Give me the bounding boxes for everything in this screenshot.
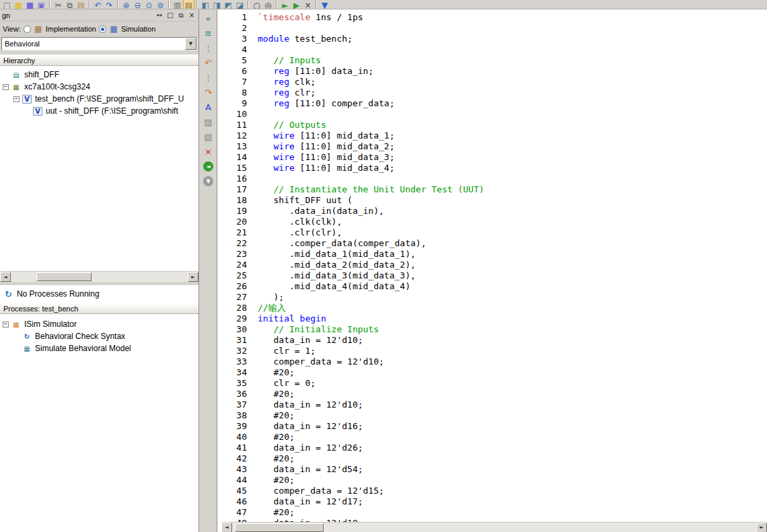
- outline-view-icon[interactable]: ≡: [203, 27, 215, 39]
- code-line[interactable]: 2: [217, 23, 767, 34]
- clear-marks-icon[interactable]: ▧: [203, 130, 215, 143]
- code-line[interactable]: 9 reg [11:0] comper_data;: [217, 98, 767, 109]
- code-editor[interactable]: 1`timescale 1ns / 1ps23module test_bench…: [217, 9, 767, 532]
- redo-nav-icon[interactable]: ↷: [203, 86, 215, 98]
- code-line[interactable]: 11 // Outputs: [217, 120, 767, 130]
- code-line[interactable]: 33 comper_data = 12'd10;: [217, 356, 767, 367]
- code-line[interactable]: 8 reg clr;: [217, 87, 767, 98]
- code-line[interactable]: 14 wire [11:0] mid_data_3;: [217, 152, 767, 163]
- forward-nav-icon[interactable]: ▼: [203, 176, 213, 186]
- code-line[interactable]: 34 #20;: [217, 367, 767, 378]
- whitespace-toggle-icon[interactable]: ¦: [203, 42, 215, 54]
- go-down-icon[interactable]: ▼: [319, 0, 330, 9]
- zoom-selection-icon[interactable]: ⊚: [155, 0, 166, 9]
- code-line[interactable]: 7 reg clk;: [217, 77, 767, 87]
- dock-right-icon[interactable]: ◨: [211, 0, 223, 9]
- code-line[interactable]: 22 .comper_data(comper_data),: [217, 238, 767, 249]
- implementation-radio[interactable]: [24, 26, 31, 33]
- code-line[interactable]: 17 // Instantiate the Unit Under Test (U…: [217, 184, 767, 195]
- copy-icon[interactable]: ⧉: [64, 0, 75, 9]
- run-icon[interactable]: ►: [279, 0, 291, 9]
- tree-row[interactable]: −▦ISim Simulator: [0, 318, 198, 330]
- float-icon[interactable]: ⧉: [176, 11, 186, 20]
- undo-icon[interactable]: ↶: [92, 0, 104, 9]
- save-all-icon[interactable]: ▣: [36, 0, 47, 9]
- back-nav-icon[interactable]: ◄: [203, 161, 213, 172]
- spell-check-icon[interactable]: A: [203, 101, 215, 113]
- code-line[interactable]: 45 comper_data = 12'd15;: [217, 486, 767, 496]
- scroll-left-icon[interactable]: ◄: [221, 523, 232, 532]
- code-line[interactable]: 18 shift_DFF uut (: [217, 195, 767, 206]
- design-panel-titlebar[interactable]: gn ↔□⧉×: [0, 9, 198, 22]
- delete-bookmarks-icon[interactable]: ×: [203, 145, 215, 157]
- undo-nav-icon[interactable]: ↶: [203, 56, 215, 69]
- code-line[interactable]: 43 data_in = 12'd54;: [217, 464, 767, 475]
- code-line[interactable]: 47 #20;: [217, 507, 767, 518]
- code-line[interactable]: 5 // Inputs: [217, 55, 767, 66]
- goto-matching-icon[interactable]: «: [203, 12, 215, 24]
- tree-row[interactable]: ▦Simulate Behavioral Model: [0, 342, 198, 354]
- zoom-full-icon[interactable]: ⊙: [143, 0, 155, 9]
- code-line[interactable]: 10: [217, 109, 767, 120]
- undock-icon[interactable]: ↔: [155, 11, 164, 20]
- code-line[interactable]: 13 wire [11:0] mid_data_2;: [217, 141, 767, 152]
- code-line[interactable]: 21 .clr(clr),: [217, 227, 767, 238]
- code-line[interactable]: 19 .data_in(data_in),: [217, 206, 767, 217]
- cascade-windows-icon[interactable]: ◪: [234, 0, 246, 9]
- simulation-radio-label[interactable]: Simulation: [121, 25, 155, 33]
- scroll-right-icon[interactable]: ►: [188, 272, 198, 282]
- code-line[interactable]: 25 .mid_data_3(mid_data_3),: [217, 270, 767, 281]
- code-line[interactable]: 32 clr = 1;: [217, 346, 767, 356]
- new-file-icon[interactable]: □: [1, 0, 13, 9]
- find-icon[interactable]: ○: [251, 0, 262, 9]
- code-line[interactable]: 28//输入: [217, 303, 767, 313]
- editor-scroll-thumb[interactable]: [235, 523, 324, 532]
- code-line[interactable]: 26 .mid_data_4(mid_data_4): [217, 281, 767, 292]
- hierarchy-scroll-thumb[interactable]: [36, 272, 92, 281]
- redo-icon[interactable]: ↷: [104, 0, 115, 9]
- code-line[interactable]: 44 #20;: [217, 475, 767, 486]
- code-line[interactable]: 29initial begin: [217, 313, 767, 324]
- code-area[interactable]: 1`timescale 1ns / 1ps23module test_bench…: [217, 12, 767, 522]
- run-all-icon[interactable]: ▶: [291, 0, 302, 9]
- dropdown-arrow-icon[interactable]: ▼: [185, 38, 196, 50]
- zoom-out-icon[interactable]: ⊖: [132, 0, 143, 9]
- code-line[interactable]: 38 #20;: [217, 410, 767, 421]
- scroll-left-icon[interactable]: ◄: [0, 272, 11, 282]
- close-icon[interactable]: ×: [187, 11, 196, 20]
- tree-row[interactable]: −▦xc7a100t-3csg324: [0, 81, 198, 93]
- code-line[interactable]: 3module test_bench;: [217, 34, 767, 44]
- code-line[interactable]: 39 data_in = 12'd16;: [217, 421, 767, 432]
- collapse-icon[interactable]: −: [3, 321, 9, 328]
- print-icon[interactable]: ▥: [172, 0, 183, 9]
- code-line[interactable]: 40 #20;: [217, 432, 767, 443]
- code-line[interactable]: 16: [217, 174, 767, 184]
- code-line[interactable]: 42 #20;: [217, 453, 767, 464]
- tree-row[interactable]: ▤shift_DFF: [0, 69, 198, 81]
- implementation-radio-label[interactable]: Implementation: [46, 25, 96, 33]
- new-window-icon[interactable]: ◩: [223, 0, 234, 9]
- collapse-icon[interactable]: −: [3, 84, 9, 90]
- open-folder-icon[interactable]: ■: [13, 0, 24, 9]
- code-line[interactable]: 24 .mid_data_2(mid_data_2),: [217, 260, 767, 270]
- code-line[interactable]: 15 wire [11:0] mid_data_4;: [217, 163, 767, 174]
- tree-row[interactable]: Vuut - shift_DFF (F:\ISE_program\shift: [0, 105, 198, 117]
- code-line[interactable]: 41 data_in = 12'd26;: [217, 443, 767, 453]
- code-line[interactable]: 30 // Initialize Inputs: [217, 324, 767, 335]
- paste-icon[interactable]: ▤: [75, 0, 87, 9]
- hierarchy-scrollbar[interactable]: ◄ ►: [0, 271, 198, 282]
- code-line[interactable]: 27 );: [217, 292, 767, 303]
- scroll-right-icon[interactable]: ►: [756, 523, 767, 532]
- column-marker-icon[interactable]: ¦: [203, 71, 215, 83]
- cut-icon[interactable]: ✂: [52, 0, 64, 9]
- code-line[interactable]: 23 .mid_data_1(mid_data_1),: [217, 249, 767, 260]
- dock-left-icon[interactable]: ◧: [200, 0, 211, 9]
- edit-mode-icon[interactable]: ▤: [183, 0, 194, 9]
- code-line[interactable]: 35 clr = 0;: [217, 378, 767, 389]
- code-line[interactable]: 31 data_in = 12'd10;: [217, 335, 767, 346]
- stop-icon[interactable]: ×: [302, 0, 314, 9]
- design-view-dropdown[interactable]: Behavioral ▼: [1, 37, 197, 50]
- code-line[interactable]: 1`timescale 1ns / 1ps: [217, 12, 767, 23]
- code-line[interactable]: 6 reg [11:0] data_in;: [217, 66, 767, 77]
- editor-scrollbar[interactable]: ◄ ►: [221, 522, 767, 532]
